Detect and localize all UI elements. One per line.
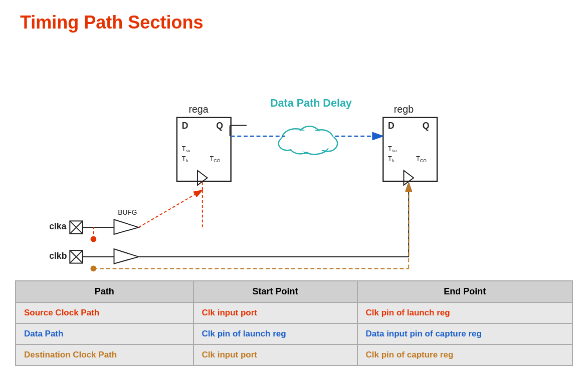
end-data: Data input pin of capture reg xyxy=(357,323,572,344)
svg-text:Q: Q xyxy=(423,121,430,131)
table-row: Source Clock Path Clk input port Clk pin… xyxy=(16,302,572,323)
start-data: Clk pin of launch reg xyxy=(193,323,357,344)
table-container: Path Start Point End Point Source Clock … xyxy=(15,280,573,366)
timing-table: Path Start Point End Point Source Clock … xyxy=(15,280,573,366)
path-source-clock: Source Clock Path xyxy=(16,302,193,323)
clkb-label: clkb xyxy=(49,251,67,261)
regb-label: regb xyxy=(394,104,414,115)
end-source-clock: Clk pin of launch reg xyxy=(357,302,572,323)
timing-diagram: rega D Q Tsu Th TCO regb D Q Tsu Th TCO … xyxy=(0,38,588,278)
end-dest-clock: Clk pin of capture reg xyxy=(357,344,572,365)
col-header-start: Start Point xyxy=(193,281,357,302)
svg-marker-40 xyxy=(114,249,138,263)
table-row: Data Path Clk pin of launch reg Data inp… xyxy=(16,323,572,344)
path-data: Data Path xyxy=(16,323,193,344)
clka-label: clka xyxy=(49,221,67,231)
svg-marker-32 xyxy=(114,219,138,234)
diagram-area: rega D Q Tsu Th TCO regb D Q Tsu Th TCO … xyxy=(0,38,588,278)
svg-point-22 xyxy=(281,130,335,152)
rega-label: rega xyxy=(188,104,208,115)
table-row: Destination Clock Path Clk input port Cl… xyxy=(16,344,572,365)
data-path-delay-label: Data Path Delay xyxy=(270,97,352,109)
bufg-label: BUFG xyxy=(118,209,137,216)
svg-text:D: D xyxy=(182,121,188,131)
col-header-end: End Point xyxy=(357,281,572,302)
svg-line-36 xyxy=(138,190,202,227)
svg-text:D: D xyxy=(388,121,395,131)
start-dest-clock: Clk input port xyxy=(193,344,357,365)
path-dest-clock: Destination Clock Path xyxy=(16,344,193,365)
start-source-clock: Clk input port xyxy=(193,302,357,323)
page-title: Timing Path Sections xyxy=(0,0,588,33)
svg-text:Q: Q xyxy=(216,121,223,131)
col-header-path: Path xyxy=(16,281,193,302)
